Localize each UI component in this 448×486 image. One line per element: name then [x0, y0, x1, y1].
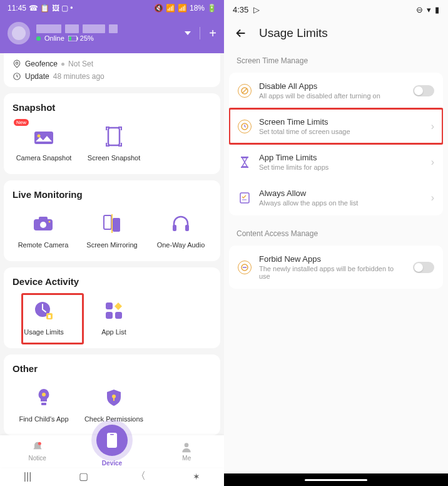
- camera-icon: [31, 211, 56, 236]
- location-icon: [13, 59, 21, 68]
- info-strip: Geofence Not Set Update 48 minutes ago: [4, 53, 220, 87]
- toggle-switch[interactable]: [413, 262, 434, 273]
- screen-snapshot-icon: [101, 124, 126, 149]
- tile-label: One-Way Audio: [157, 241, 205, 249]
- row-subtitle: Always allow the apps on the list: [259, 199, 424, 207]
- tile-label: Remote Camera: [18, 241, 69, 249]
- row-title: Disable All Apps: [259, 81, 405, 91]
- online-dot-icon: [36, 36, 41, 41]
- tile-screen-snapshot[interactable]: Screen Snapshot: [80, 122, 148, 164]
- status-time: 4:35: [233, 5, 248, 14]
- chevron-right-icon: ›: [431, 157, 434, 168]
- tile-app-list[interactable]: App List: [80, 296, 148, 338]
- nav-label: Me: [182, 455, 191, 462]
- card-title: Other: [10, 363, 214, 374]
- row-subtitle: All apps will be disabled after turning …: [259, 92, 405, 100]
- toggle-switch[interactable]: [413, 85, 434, 96]
- avatar[interactable]: [8, 22, 30, 44]
- svg-rect-23: [41, 403, 46, 405]
- nav-label: Device: [102, 460, 122, 467]
- checklist-icon: [238, 191, 252, 205]
- redacted-text: [109, 24, 118, 33]
- nav-notice[interactable]: Notice: [16, 441, 59, 462]
- page-title: Usage Limits: [259, 26, 328, 40]
- redacted-text: [83, 24, 105, 33]
- row-forbid-new-apps[interactable]: Forbid New Apps The newly installed apps…: [229, 246, 443, 289]
- svg-rect-15: [173, 225, 176, 231]
- tile-label: Screen Mirroring: [86, 241, 137, 249]
- home-button[interactable]: ▢: [79, 470, 88, 482]
- tile-find-child-app[interactable]: Find Child's App: [10, 383, 78, 425]
- shield-icon: [101, 385, 126, 410]
- card-title: Device Activity: [10, 276, 214, 287]
- nav-me[interactable]: Me: [165, 441, 208, 462]
- nav-device[interactable]: Device: [90, 436, 134, 467]
- device-fab[interactable]: [96, 425, 128, 456]
- phone-icon: [106, 432, 118, 449]
- geofence-status: Not Set: [68, 59, 93, 68]
- tile-screen-mirroring[interactable]: Screen Mirroring: [79, 209, 145, 251]
- tile-check-permissions[interactable]: Check Permissions: [80, 383, 148, 425]
- row-screen-time-limits[interactable]: Screen Time Limits Set total time of scr…: [229, 108, 443, 144]
- svg-rect-19: [48, 315, 51, 318]
- disable-icon: [238, 84, 252, 98]
- row-always-allow[interactable]: Always Allow Always allow the apps on th…: [229, 180, 443, 215]
- svg-line-32: [242, 88, 247, 93]
- app-list-icon: [101, 298, 126, 323]
- system-nav: ||| ▢ 〈 ✶: [0, 467, 224, 486]
- person-icon: [180, 441, 193, 453]
- home-indicator[interactable]: [305, 479, 367, 481]
- back-button[interactable]: 〈: [136, 470, 146, 483]
- row-subtitle: Set total time of screen usage: [259, 128, 424, 135]
- snapshot-card: Snapshot New Camera Snapshot Screen Snap…: [4, 93, 220, 174]
- title-bar: Usage Limits: [224, 19, 448, 51]
- hourglass-icon: [238, 155, 252, 169]
- back-arrow-icon[interactable]: [234, 26, 248, 40]
- section-label: Screen Time Manage: [224, 51, 448, 70]
- svg-rect-1: [69, 36, 71, 40]
- tile-camera-snapshot[interactable]: New Camera Snapshot: [10, 122, 78, 164]
- svg-point-27: [38, 442, 41, 445]
- tile-label: Screen Snapshot: [88, 154, 140, 162]
- card-title: Live Monitoring: [10, 189, 214, 200]
- wifi-icon: ▾: [427, 5, 431, 14]
- tile-remote-camera[interactable]: Remote Camera: [10, 209, 76, 251]
- bottom-nav: Notice Device Me: [0, 435, 224, 467]
- svg-point-11: [49, 221, 51, 223]
- svg-rect-16: [185, 225, 189, 231]
- mute-icon: 🔇: [154, 4, 163, 13]
- wifi-icon: 📶: [166, 4, 175, 13]
- nav-label: Notice: [28, 455, 46, 462]
- clock-icon: [13, 72, 21, 81]
- tile-label: Camera Snapshot: [16, 154, 72, 162]
- usage-limits-icon: [31, 298, 56, 323]
- tile-label: Find Child's App: [19, 415, 68, 423]
- row-title: Forbid New Apps: [259, 254, 405, 264]
- status-bar-left: 11:45 ☎ 📋 🖼 ▢ • 🔇 📶 📶 18% 🔋: [0, 0, 224, 16]
- forbid-icon: [238, 261, 252, 274]
- tile-label: Check Permissions: [84, 415, 143, 423]
- row-title: App Time Limits: [259, 153, 424, 162]
- signal-icon: 📶: [178, 4, 187, 13]
- live-monitoring-card: Live Monitoring Remote Camera Screen Mir…: [4, 180, 220, 261]
- section-label: Content Access Manage: [224, 224, 448, 243]
- tile-one-way-audio[interactable]: One-Way Audio: [148, 209, 214, 251]
- row-disable-all-apps[interactable]: Disable All Apps All apps will be disabl…: [229, 73, 443, 108]
- dropdown-icon[interactable]: [185, 31, 191, 35]
- other-card: Other Find Child's App Check Permissions: [4, 354, 220, 435]
- play-store-icon: ▷: [253, 5, 260, 14]
- row-app-time-limits[interactable]: App Time Limits Set time limits for apps…: [229, 144, 443, 180]
- update-row[interactable]: Update 48 minutes ago: [13, 72, 211, 81]
- add-button[interactable]: +: [209, 26, 216, 41]
- device-activity-card: Device Activity Usage Limits App List: [4, 267, 220, 348]
- recent-apps-button[interactable]: |||: [24, 471, 31, 482]
- lightbulb-icon: [31, 385, 56, 410]
- svg-rect-14: [111, 214, 113, 233]
- geofence-row[interactable]: Geofence Not Set: [13, 59, 211, 68]
- row-title: Always Allow: [259, 189, 424, 198]
- svg-rect-12: [104, 215, 111, 229]
- tile-usage-limits[interactable]: Usage Limits: [10, 296, 78, 338]
- accessibility-button[interactable]: ✶: [193, 472, 200, 482]
- row-subtitle: Set time limits for apps: [259, 163, 424, 171]
- chevron-right-icon: ›: [431, 121, 434, 132]
